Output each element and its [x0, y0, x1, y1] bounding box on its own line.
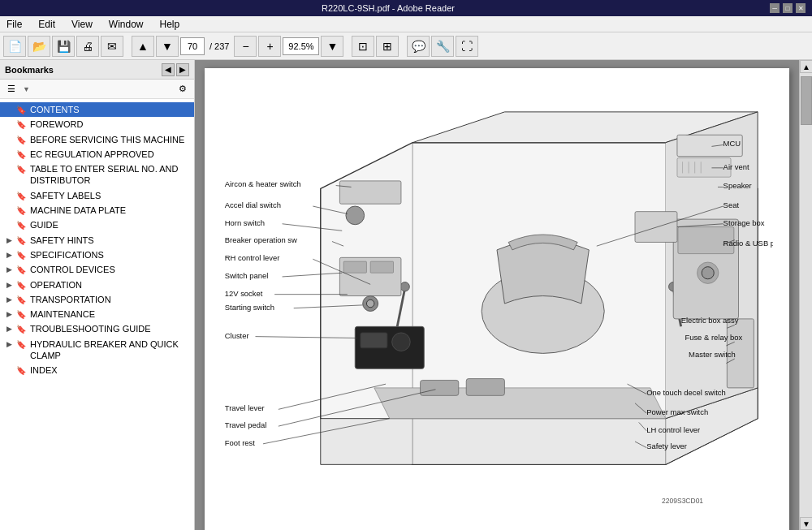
sidebar-item-label-safety-hints: SAFETY HINTS — [30, 235, 191, 246]
label-switch-panel: Switch panel — [225, 271, 269, 280]
diagram-container: Aircon & heater switch Accel dial switch… — [221, 84, 773, 523]
expand-icon-control-devices: ▶ — [6, 265, 16, 275]
label-aircon: Aircon & heater switch — [225, 179, 301, 188]
sidebar-item-operation[interactable]: ▶🔖OPERATION — [0, 278, 194, 292]
expand-icon-hydraulic-breaker: ▶ — [6, 340, 16, 350]
bookmark-icon-safety-labels: 🔖 — [16, 191, 28, 201]
sidebar-item-specifications[interactable]: ▶🔖SPECIFICATIONS — [0, 248, 194, 262]
label-radio: Radio & USB player — [723, 239, 773, 248]
pdf-page: Aircon & heater switch Accel dial switch… — [205, 68, 789, 530]
window-controls[interactable]: ─ □ ✕ — [770, 3, 806, 13]
sidebar-item-contents[interactable]: 🔖CONTENTS — [0, 102, 194, 117]
svg-rect-9 — [370, 261, 393, 273]
label-foot-rest: Foot rest — [225, 438, 256, 447]
sidebar-item-label-before-servicing: BEFORE SERVICING THIS MACHINE — [30, 134, 191, 145]
sidebar-item-transportation[interactable]: ▶🔖TRANSPORTATION — [0, 292, 194, 307]
label-lh-lever: LH control lever — [646, 425, 700, 434]
label-accel: Accel dial switch — [225, 200, 281, 209]
label-travel-lever: Travel lever — [225, 403, 265, 412]
sidebar-item-control-devices[interactable]: ▶🔖CONTROL DEVICES — [0, 262, 194, 277]
sidebar-item-troubleshooting[interactable]: ▶🔖TROUBLESHOOTING GUIDE — [0, 321, 194, 336]
maximize-button[interactable]: □ — [783, 3, 793, 13]
diagram-svg: Aircon & heater switch Accel dial switch… — [221, 84, 773, 523]
svg-rect-8 — [343, 261, 366, 273]
scroll-up-button[interactable]: ▲ — [800, 60, 812, 73]
svg-point-4 — [400, 282, 409, 291]
new-button[interactable]: 📄 — [3, 36, 26, 57]
label-storage: Storage box — [723, 218, 765, 227]
minimize-button[interactable]: ─ — [770, 3, 780, 13]
sidebar-item-label-safety-labels: SAFETY LABELS — [30, 190, 191, 201]
menu-file[interactable]: File — [3, 19, 25, 30]
label-seat: Seat — [723, 200, 740, 209]
zoom-in-button[interactable]: + — [258, 36, 281, 57]
bookmark-icon-maintenance: 🔖 — [16, 309, 28, 320]
label-horn: Horn switch — [225, 218, 265, 227]
sidebar-title: Bookmarks — [5, 65, 54, 75]
label-speaker: Speaker — [723, 181, 752, 190]
prev-page-button[interactable]: ▲ — [132, 36, 154, 57]
fit-width-button[interactable]: ⊞ — [376, 36, 399, 57]
sidebar-item-machine-data[interactable]: 🔖MACHINE DATA PLATE — [0, 203, 194, 218]
sidebar-item-ec-regulation[interactable]: 🔖EC REGULATION APPROVED — [0, 147, 194, 162]
sidebar-item-label-control-devices: CONTROL DEVICES — [30, 264, 191, 275]
sidebar-item-label-troubleshooting: TROUBLESHOOTING GUIDE — [30, 323, 191, 334]
content-area[interactable]: Aircon & heater switch Accel dial switch… — [195, 60, 799, 530]
bookmark-icon-safety-hints: 🔖 — [16, 235, 28, 246]
sidebar-item-safety-hints[interactable]: ▶🔖SAFETY HINTS — [0, 233, 194, 248]
save-button[interactable]: 💾 — [52, 36, 75, 57]
sidebar-expand-button[interactable]: ▶ — [176, 63, 189, 76]
close-button[interactable]: ✕ — [796, 3, 806, 13]
menu-view[interactable]: View — [68, 19, 96, 30]
zoom-out-button[interactable]: − — [234, 36, 257, 57]
svg-point-12 — [392, 333, 411, 351]
sidebar-item-guide[interactable]: 🔖GUIDE — [0, 218, 194, 232]
sidebar-list-icon: ☰ — [3, 82, 19, 97]
sidebar-item-index[interactable]: 🔖INDEX — [0, 363, 194, 377]
sidebar-dropdown-icon[interactable]: ▼ — [23, 85, 30, 93]
scroll-down-button[interactable]: ▼ — [800, 517, 812, 530]
sidebar-header: Bookmarks ◀ ▶ — [0, 60, 194, 80]
sidebar-item-label-table-serial: TABLE TO ENTER SERIAL NO. AND DISTRIBUTO… — [30, 163, 191, 187]
sidebar-item-label-ec-regulation: EC REGULATION APPROVED — [30, 149, 191, 160]
sidebar-item-safety-labels[interactable]: 🔖SAFETY LABELS — [0, 188, 194, 203]
menu-bar: File Edit View Window Help — [0, 16, 812, 32]
scroll-thumb[interactable] — [801, 76, 812, 125]
label-12v: 12V socket — [225, 289, 263, 298]
page-number-input[interactable] — [180, 37, 205, 55]
sidebar-item-hydraulic-breaker[interactable]: ▶🔖HYDRAULIC BREAKER AND QUICK CLAMP — [0, 337, 194, 364]
email-button[interactable]: ✉ — [101, 36, 123, 57]
zoom-input[interactable] — [283, 37, 319, 55]
fullscreen-button[interactable]: ⛶ — [456, 36, 478, 57]
fit-page-button[interactable]: ⊡ — [352, 36, 374, 57]
expand-icon-operation: ▶ — [6, 281, 16, 291]
open-button[interactable]: 📂 — [28, 36, 50, 57]
print-button[interactable]: 🖨 — [76, 36, 99, 57]
sidebar-item-before-servicing[interactable]: 🔖BEFORE SERVICING THIS MACHINE — [0, 132, 194, 147]
tools-button[interactable]: 🔧 — [431, 36, 454, 57]
menu-edit[interactable]: Edit — [35, 19, 58, 30]
sidebar-collapse-button[interactable]: ◀ — [162, 63, 175, 76]
vertical-scrollbar[interactable]: ▲ ▼ — [799, 60, 812, 530]
sidebar-options-icon[interactable]: ⚙ — [175, 82, 191, 97]
label-starting: Starting switch — [225, 303, 274, 312]
expand-icon-transportation: ▶ — [6, 295, 16, 305]
next-page-button[interactable]: ▼ — [156, 36, 179, 57]
main-layout: Bookmarks ◀ ▶ ☰ ▼ ⚙ 🔖CONTENTS🔖FOREWORD🔖B… — [0, 60, 812, 530]
sidebar-item-foreword[interactable]: 🔖FOREWORD — [0, 117, 194, 131]
comment-button[interactable]: 💬 — [407, 36, 430, 57]
zoom-dropdown-button[interactable]: ▼ — [321, 36, 343, 57]
menu-window[interactable]: Window — [106, 19, 147, 30]
expand-icon-maintenance: ▶ — [6, 310, 16, 320]
label-power-max: Power max switch — [646, 407, 708, 416]
sidebar-item-maintenance[interactable]: ▶🔖MAINTENANCE — [0, 307, 194, 321]
bookmark-icon-transportation: 🔖 — [16, 295, 28, 305]
bookmark-icon-machine-data: 🔖 — [16, 205, 28, 216]
label-mcu: MCU — [723, 139, 741, 148]
sidebar-item-label-specifications: SPECIFICATIONS — [30, 249, 191, 261]
bookmark-icon-before-servicing: 🔖 — [16, 135, 28, 145]
sidebar-item-table-serial[interactable]: 🔖TABLE TO ENTER SERIAL NO. AND DISTRIBUT… — [0, 162, 194, 188]
menu-help[interactable]: Help — [157, 19, 184, 30]
sidebar-header-buttons[interactable]: ◀ ▶ — [162, 63, 189, 76]
label-fuse-relay: Fuse & relay box — [685, 333, 742, 342]
